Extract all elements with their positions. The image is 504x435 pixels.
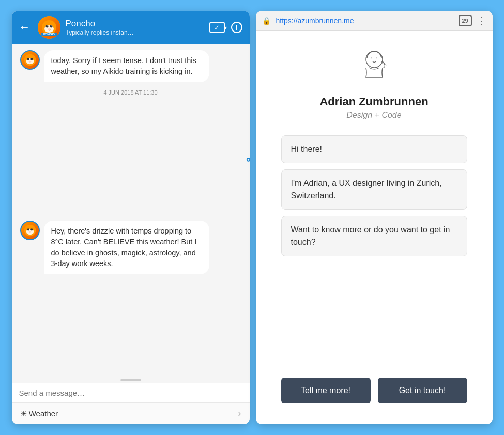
- svg-point-23: [28, 231, 31, 233]
- chat-header-info: Poncho Typically replies instan…: [66, 19, 204, 36]
- message-row: today. Sorry if I seem tense. I don't tr…: [20, 50, 241, 82]
- website-bubble-1: Hi there!: [281, 135, 467, 163]
- svg-point-21: [27, 228, 29, 230]
- website-bubble-2: I'm Adrian, a UX designer living in Zuri…: [281, 169, 467, 210]
- chat-header-icons: ✓ i: [209, 22, 242, 33]
- more-options-icon[interactable]: ⋮: [477, 15, 486, 26]
- url-text: https://azumbrunnen.me: [276, 17, 354, 25]
- message-bubble: today. Sorry if I seem tense. I don't tr…: [44, 50, 209, 82]
- chat-panel: ← PONCHO: [12, 11, 250, 424]
- svg-point-15: [247, 158, 249, 161]
- url-bar[interactable]: https://azumbrunnen.me: [276, 17, 453, 25]
- svg-point-13: [28, 61, 31, 63]
- website-content: Adrian Zumbrunnen Design + Code Hi there…: [256, 31, 493, 424]
- bot-subtitle: Typically replies instan…: [66, 29, 204, 36]
- bot-avatar-small: [20, 50, 40, 70]
- info-button[interactable]: i: [231, 22, 242, 33]
- website-bubble-3: Want to know more or do you want to get …: [281, 216, 467, 256]
- svg-text:PONCHO: PONCHO: [43, 33, 55, 36]
- profile-name: Adrian Zumbrunnen: [319, 95, 428, 108]
- svg-point-11: [27, 58, 29, 60]
- message-row-2: Hey, there's drizzle with temps dropping…: [20, 221, 241, 274]
- back-button[interactable]: ←: [19, 21, 30, 34]
- tell-me-more-button[interactable]: Tell me more!: [281, 378, 371, 403]
- verify-icon[interactable]: ✓: [209, 22, 225, 33]
- tab-count[interactable]: 29: [459, 15, 472, 26]
- bot-avatar: PONCHO: [38, 16, 60, 39]
- message-bubble-2: Hey, there's drizzle with temps dropping…: [44, 221, 209, 274]
- web-panel: 🔒 https://azumbrunnen.me 29 ⋮: [256, 11, 493, 424]
- svg-point-3: [50, 25, 52, 28]
- message-timestamp: 4 JUN 2018 AT 11:30: [20, 89, 241, 96]
- chat-input-area: [12, 383, 250, 402]
- chat-header: ← PONCHO: [12, 11, 250, 44]
- profile-subtitle: Design + Code: [346, 111, 401, 120]
- browser-bar: 🔒 https://azumbrunnen.me 29 ⋮: [256, 11, 493, 31]
- chevron-right-icon: ›: [238, 408, 241, 419]
- profile-sketch: [354, 46, 395, 88]
- svg-point-22: [30, 228, 33, 230]
- svg-point-12: [30, 58, 33, 60]
- bot-avatar-small-2: [20, 221, 40, 240]
- share-button[interactable]: [246, 154, 250, 165]
- lock-icon: 🔒: [262, 17, 271, 25]
- svg-point-4: [47, 25, 48, 26]
- svg-point-2: [45, 25, 48, 28]
- weather-bar[interactable]: ☀ Weather ›: [12, 402, 250, 424]
- chat-messages: today. Sorry if I seem tense. I don't tr…: [12, 44, 250, 377]
- get-in-touch-button[interactable]: Get in touch!: [378, 378, 467, 403]
- website-buttons: Tell me more! Get in touch!: [281, 378, 467, 414]
- svg-point-5: [51, 25, 52, 26]
- image-message-row: ≶: [44, 103, 241, 216]
- message-input[interactable]: [19, 389, 242, 397]
- weather-label: ☀ Weather: [20, 409, 58, 418]
- bot-name: Poncho: [66, 19, 204, 29]
